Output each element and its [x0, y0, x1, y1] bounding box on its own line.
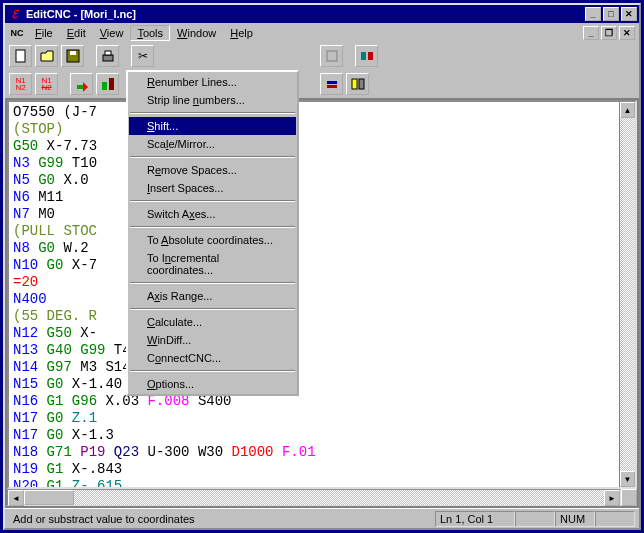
- strip-button[interactable]: N1N2: [35, 73, 58, 95]
- menu-windiff[interactable]: WinDiff...: [129, 331, 296, 349]
- scroll-left-button[interactable]: ◄: [8, 490, 24, 506]
- menu-remove-spaces[interactable]: Remove Spaces...: [129, 161, 296, 179]
- svg-rect-9: [77, 85, 83, 89]
- open-button[interactable]: [35, 45, 58, 67]
- svg-rect-3: [103, 55, 113, 61]
- code-line: N8 G0 W.2: [13, 240, 615, 257]
- code-line: N13 G40 G99 T400 M42: [13, 342, 615, 359]
- menu-help[interactable]: Help: [223, 25, 260, 41]
- menu-tools[interactable]: Tools: [130, 25, 170, 41]
- menu-separator: [130, 282, 295, 284]
- menu-file[interactable]: File: [28, 25, 60, 41]
- cut-button[interactable]: ✂: [131, 45, 154, 67]
- status-num: NUM: [555, 511, 595, 527]
- svg-rect-6: [327, 51, 337, 61]
- tool-c-button[interactable]: [320, 73, 343, 95]
- scale-button[interactable]: [96, 73, 119, 95]
- code-line: N3 G99 T10: [13, 155, 615, 172]
- menu-view[interactable]: View: [93, 25, 131, 41]
- scroll-right-button[interactable]: ►: [604, 490, 620, 506]
- code-line: N17 G0 X-1.3: [13, 427, 615, 444]
- menu-axis-range[interactable]: Axis Range...: [129, 287, 296, 305]
- menu-to-incremental[interactable]: To Incremental coordinates...: [129, 249, 296, 279]
- child-restore-button[interactable]: ❐: [601, 26, 617, 40]
- code-line: N18 G71 P19 Q23 U-300 W30 D1000 F.01: [13, 444, 615, 461]
- menu-window[interactable]: Window: [170, 25, 223, 41]
- code-line: N7 M0: [13, 206, 615, 223]
- scroll-track[interactable]: [620, 118, 635, 471]
- svg-rect-11: [109, 78, 114, 90]
- main-window: 𝓔 EditCNC - [Mori_I.nc] _ □ ✕ NC File Ed…: [3, 3, 641, 530]
- svg-rect-13: [327, 85, 337, 88]
- svg-rect-0: [16, 50, 25, 62]
- status-scrl: [595, 511, 635, 527]
- code-line: N19 G1 X-.843: [13, 461, 615, 478]
- code-line: N20 G1 Z-.615: [13, 478, 615, 487]
- code-line: G50 X-7.73: [13, 138, 615, 155]
- save-button[interactable]: [61, 45, 84, 67]
- code-line: N5 G0 X.0: [13, 172, 615, 189]
- svg-rect-14: [352, 79, 357, 89]
- scroll-corner: [621, 489, 637, 506]
- svg-rect-15: [359, 79, 364, 89]
- code-line: O7550 (J-7: [13, 104, 615, 121]
- close-button[interactable]: ✕: [621, 7, 637, 21]
- horizontal-scrollbar[interactable]: ◄ ►: [7, 489, 637, 506]
- tool-b-button[interactable]: [355, 45, 378, 67]
- app-icon: 𝓔: [7, 6, 23, 22]
- code-editor[interactable]: O7550 (J-7(STOP)G50 X-7.73N3 G99 T10N5 G…: [9, 102, 619, 487]
- menu-insert-spaces[interactable]: Insert Spaces...: [129, 179, 296, 197]
- shift-button[interactable]: [70, 73, 93, 95]
- code-line: (STOP): [13, 121, 615, 138]
- menu-to-absolute[interactable]: To Absolute coordinates...: [129, 231, 296, 249]
- menubar: NC File Edit View Tools Window Help _ ❐ …: [5, 23, 639, 42]
- code-line: N15 G0 X-1.40 Z.01 T404 M8: [13, 376, 615, 393]
- menu-separator: [130, 226, 295, 228]
- tools-dropdown: Renumber Lines... Strip line numbers... …: [126, 70, 299, 396]
- svg-rect-7: [361, 52, 366, 60]
- status-hint: Add or substract value to coordinates: [9, 511, 325, 527]
- code-line: N10 G0 X-7: [13, 257, 615, 274]
- scroll-down-button[interactable]: ▼: [620, 471, 635, 487]
- code-line: N6 M11: [13, 189, 615, 206]
- print-button[interactable]: [96, 45, 119, 67]
- scroll-thumb[interactable]: [24, 490, 74, 505]
- svg-rect-10: [102, 82, 107, 90]
- code-line: N400: [13, 291, 615, 308]
- menu-edit[interactable]: Edit: [60, 25, 93, 41]
- tool-a-button[interactable]: [320, 45, 343, 67]
- status-position: Ln 1, Col 1: [435, 511, 515, 527]
- menu-separator: [130, 308, 295, 310]
- menu-shift[interactable]: Shift...: [129, 117, 296, 135]
- minimize-button[interactable]: _: [585, 7, 601, 21]
- menu-separator: [130, 156, 295, 158]
- workspace: O7550 (J-7(STOP)G50 X-7.73N3 G99 T10N5 G…: [5, 98, 639, 508]
- menu-separator: [130, 370, 295, 372]
- menu-separator: [130, 200, 295, 202]
- menu-strip-line-numbers[interactable]: Strip line numbers...: [129, 91, 296, 109]
- scroll-up-button[interactable]: ▲: [620, 102, 635, 118]
- menu-scale-mirror[interactable]: Scale/Mirror...: [129, 135, 296, 153]
- hscroll-track[interactable]: [74, 490, 604, 505]
- vertical-scrollbar[interactable]: ▲ ▼: [619, 102, 635, 487]
- tool-d-button[interactable]: [346, 73, 369, 95]
- child-close-button[interactable]: ✕: [619, 26, 635, 40]
- svg-rect-4: [105, 51, 111, 55]
- menu-switch-axes[interactable]: Switch Axes...: [129, 205, 296, 223]
- statusbar: Add or substract value to coordinates Ln…: [5, 508, 639, 528]
- maximize-button[interactable]: □: [603, 7, 619, 21]
- menu-options[interactable]: Options...: [129, 375, 296, 393]
- menu-renumber-lines[interactable]: Renumber Lines...: [129, 73, 296, 91]
- editor-frame: O7550 (J-7(STOP)G50 X-7.73N3 G99 T10N5 G…: [7, 100, 637, 489]
- menu-connectcnc[interactable]: ConnectCNC...: [129, 349, 296, 367]
- toolbar-secondary: N1N2 N1N2: [5, 70, 639, 98]
- doc-icon: NC: [9, 25, 25, 41]
- child-minimize-button[interactable]: _: [583, 26, 599, 40]
- toolbar-main: ✂: [5, 42, 639, 70]
- code-line: N17 G0 Z.1: [13, 410, 615, 427]
- svg-rect-12: [327, 81, 337, 84]
- menu-calculate[interactable]: Calculate...: [129, 313, 296, 331]
- renumber-button[interactable]: N1N2: [9, 73, 32, 95]
- svg-text:✂: ✂: [138, 49, 148, 63]
- new-button[interactable]: [9, 45, 32, 67]
